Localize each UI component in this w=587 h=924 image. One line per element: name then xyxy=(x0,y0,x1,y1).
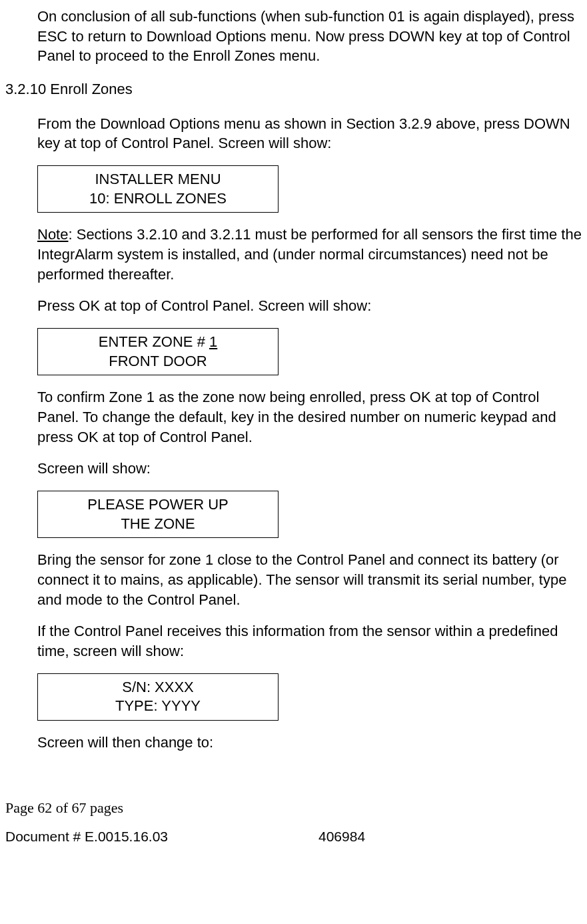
intro-paragraph: On conclusion of all sub-functions (when… xyxy=(37,7,582,66)
paragraph-4: Screen will show: xyxy=(37,459,582,479)
zone-prefix: ENTER ZONE # xyxy=(99,333,209,350)
document-code: 406984 xyxy=(318,829,365,845)
paragraph-7: Screen will then change to: xyxy=(37,733,582,753)
lcd-line: ENTER ZONE # 1 xyxy=(45,333,271,352)
note-paragraph: Note: Sections 3.2.10 and 3.2.11 must be… xyxy=(37,225,582,284)
paragraph-3: To confirm Zone 1 as the zone now being … xyxy=(37,387,582,447)
lcd-line: INSTALLER MENU xyxy=(45,170,271,189)
lcd-line: THE ZONE xyxy=(45,515,271,534)
lcd-display-2: ENTER ZONE # 1 FRONT DOOR xyxy=(37,328,279,375)
lcd-line: 10: ENROLL ZONES xyxy=(45,189,271,209)
lcd-display-4: S/N: XXXX TYPE: YYYY xyxy=(37,673,279,721)
lcd-line: TYPE: YYYY xyxy=(45,697,271,716)
note-label: Note xyxy=(37,226,68,243)
page-footer: Page 62 of 67 pages Document # E.0015.16… xyxy=(5,799,582,845)
paragraph-5: Bring the sensor for zone 1 close to the… xyxy=(37,550,582,609)
lcd-line: PLEASE POWER UP xyxy=(45,495,271,515)
section-heading: 3.2.10 Enroll Zones xyxy=(5,79,582,99)
paragraph-2: Press OK at top of Control Panel. Screen… xyxy=(37,296,582,316)
zone-number: 1 xyxy=(209,333,217,350)
lcd-display-1: INSTALLER MENU 10: ENROLL ZONES xyxy=(37,165,279,213)
document-number: Document # E.0015.16.03 xyxy=(5,829,318,845)
lcd-display-3: PLEASE POWER UP THE ZONE xyxy=(37,491,279,538)
paragraph-1: From the Download Options menu as shown … xyxy=(37,114,582,153)
lcd-line: S/N: XXXX xyxy=(45,678,271,697)
page-number: Page 62 of 67 pages xyxy=(5,799,582,817)
paragraph-6: If the Control Panel receives this infor… xyxy=(37,621,582,661)
lcd-line: FRONT DOOR xyxy=(45,352,271,371)
note-text: : Sections 3.2.10 and 3.2.11 must be per… xyxy=(37,226,582,282)
